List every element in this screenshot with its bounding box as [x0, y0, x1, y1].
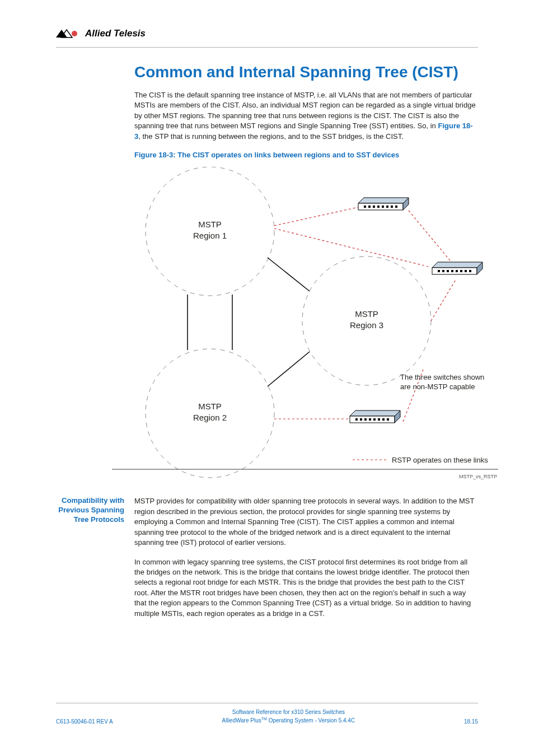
figure-caption: Figure 18-3: The CIST operates on links …	[134, 151, 478, 159]
svg-text:RSTP operates on these links: RSTP operates on these links	[392, 456, 488, 464]
side-heading: Compatibility with Previous Spanning Tre…	[56, 496, 134, 525]
svg-text:The three switches shown: The three switches shown	[400, 373, 484, 381]
intro-paragraph: The CIST is the default spanning tree in…	[134, 90, 478, 142]
header-rule	[56, 47, 478, 48]
svg-line-25	[268, 258, 310, 291]
svg-text:MSTP: MSTP	[198, 402, 222, 411]
svg-line-30	[431, 279, 456, 321]
footer-right: 18.15	[464, 718, 478, 725]
para-3: In common with legacy spanning tree syst…	[134, 557, 478, 619]
footer-center-1: Software Reference for x310 Series Switc…	[222, 708, 355, 716]
page-footer: C613-50046-01 REV A Software Reference f…	[56, 703, 478, 725]
svg-line-29	[409, 211, 452, 263]
svg-line-28	[274, 228, 428, 267]
svg-text:Region 3: Region 3	[350, 320, 383, 330]
footer-rule	[56, 703, 478, 703]
figure-diagram: MSTP Region 1 MSTP Region 2 MSTP Region …	[112, 167, 498, 486]
footer-center-2: AlliedWare PlusTM Operating System - Ver…	[222, 716, 355, 725]
para-2: MSTP provides for compatibility with old…	[134, 496, 478, 548]
svg-text:MSTP: MSTP	[198, 220, 222, 229]
svg-text:are non-MSTP capable: are non-MSTP capable	[400, 382, 475, 391]
page-header: Allied Telesis	[56, 28, 478, 39]
brand-text: Allied Telesis	[85, 28, 146, 39]
para1-b: , the STP that is running between the re…	[138, 132, 404, 141]
footer-left: C613-50046-01 REV A	[56, 718, 113, 725]
svg-text:MSTP_vs_RSTP: MSTP_vs_RSTP	[459, 474, 497, 479]
svg-line-27	[274, 207, 358, 226]
svg-text:Region 2: Region 2	[193, 413, 227, 422]
para1-a: The CIST is the default spanning tree in…	[134, 91, 476, 130]
page-title: Common and Internal Spanning Tree (CIST)	[134, 63, 478, 81]
logo-icon	[56, 29, 81, 39]
svg-point-2	[72, 31, 77, 36]
svg-line-26	[268, 352, 310, 386]
svg-text:Region 1: Region 1	[193, 231, 227, 240]
svg-text:MSTP: MSTP	[355, 309, 378, 319]
